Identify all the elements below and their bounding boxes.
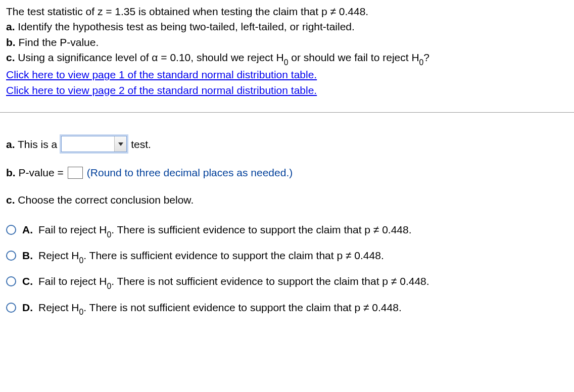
options-list: A. Fail to reject H0. There is sufficien… bbox=[6, 222, 568, 317]
part-b-answer: b. P-value = (Round to three decimal pla… bbox=[6, 165, 568, 180]
radio-b[interactable] bbox=[6, 251, 16, 261]
part-c-text-after: ? bbox=[423, 52, 429, 63]
h-subscript: 0 bbox=[419, 58, 424, 67]
problem-statement: The test statistic of z = 1.35 is obtain… bbox=[6, 4, 568, 98]
option-letter: A. bbox=[22, 222, 33, 239]
select-value[interactable] bbox=[62, 136, 114, 152]
part-c-prompt: c. Using a significance level of α = 0.1… bbox=[6, 50, 568, 67]
part-b-text: Find the P-value. bbox=[16, 36, 99, 48]
option-text: Fail to reject H0. There is not sufficie… bbox=[38, 274, 429, 290]
part-a-prompt: a. Identify the hypothesis test as being… bbox=[6, 19, 568, 34]
radio-a[interactable] bbox=[6, 225, 16, 235]
link-table-page-2[interactable]: Click here to view page 2 of the standar… bbox=[6, 84, 317, 96]
option-b: B. Reject H0. There is sufficient eviden… bbox=[6, 248, 568, 265]
option-letter: C. bbox=[22, 274, 33, 290]
part-b-prompt: b. Find the P-value. bbox=[6, 35, 568, 50]
part-a-answer: a. This is a test. bbox=[6, 136, 568, 152]
part-a-text: Identify the hypothesis test as being tw… bbox=[15, 21, 355, 32]
part-c-answer-text: Choose the correct conclusion below. bbox=[15, 194, 194, 206]
part-c-answer: c. Choose the correct conclusion below. bbox=[6, 192, 568, 207]
part-c-text-mid: or should we fail to reject H bbox=[288, 52, 419, 63]
option-a-label: A. Fail to reject H0. There is sufficien… bbox=[22, 222, 412, 239]
option-letter: B. bbox=[22, 248, 33, 265]
option-text: Reject H0. There is sufficient evidence … bbox=[38, 248, 384, 265]
part-c-label: c. bbox=[6, 52, 15, 63]
option-b-label: B. Reject H0. There is sufficient eviden… bbox=[22, 248, 384, 265]
part-c-answer-label: c. bbox=[6, 194, 15, 206]
option-d: D. Reject H0. There is not sufficient ev… bbox=[6, 300, 568, 317]
svg-marker-0 bbox=[118, 142, 123, 146]
part-c-text-before: Using a significance level of α = 0.10, … bbox=[15, 52, 284, 63]
option-d-label: D. Reject H0. There is not sufficient ev… bbox=[22, 300, 402, 317]
option-c-label: C. Fail to reject H0. There is not suffi… bbox=[22, 274, 429, 290]
test-type-select[interactable] bbox=[61, 136, 127, 152]
radio-c[interactable] bbox=[6, 276, 16, 286]
option-letter: D. bbox=[22, 300, 33, 317]
dropdown-arrow-icon[interactable] bbox=[114, 136, 126, 152]
answer-section: a. This is a test. b. P-value = (Round t… bbox=[6, 136, 568, 317]
option-a: A. Fail to reject H0. There is sufficien… bbox=[6, 222, 568, 239]
part-b-answer-label: b. P-value = bbox=[6, 165, 64, 180]
divider bbox=[0, 112, 574, 113]
option-c: C. Fail to reject H0. There is not suffi… bbox=[6, 274, 568, 290]
part-a-answer-after: test. bbox=[131, 137, 151, 152]
link-table-page-1[interactable]: Click here to view page 1 of the standar… bbox=[6, 69, 317, 80]
p-value-input[interactable] bbox=[68, 167, 83, 179]
intro-text: The test statistic of z = 1.35 is obtain… bbox=[6, 4, 568, 19]
p-value-hint: (Round to three decimal places as needed… bbox=[87, 165, 293, 180]
part-a-label: a. bbox=[6, 21, 15, 32]
h-subscript: 0 bbox=[284, 58, 289, 67]
option-text: Reject H0. There is not sufficient evide… bbox=[38, 300, 402, 317]
option-text: Fail to reject H0. There is sufficient e… bbox=[38, 222, 412, 239]
part-a-answer-label: a. This is a bbox=[6, 137, 57, 152]
part-b-label: b. bbox=[6, 36, 16, 48]
radio-d[interactable] bbox=[6, 303, 16, 313]
